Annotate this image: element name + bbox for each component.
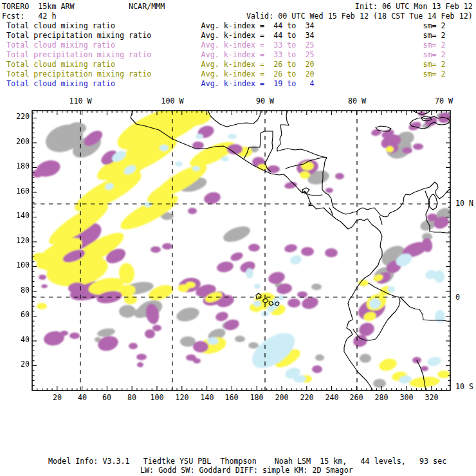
model-info-line-2: LW: Godd SW: Goddard DIFF: simple KM: 2D…	[140, 466, 353, 475]
axis-label-gridx: 240	[325, 394, 338, 402]
axis-label-lon: 90 W	[256, 97, 274, 105]
mixing-ratio-fields	[32, 95, 453, 389]
axis-label-gridy: 20	[3, 360, 30, 369]
axis-label-gridx: 280	[374, 394, 388, 402]
axis-label-gridy: 220	[3, 113, 30, 121]
model-info-line-1: Model Info: V3.3.1 Tiedtke YSU PBL Thomp…	[48, 457, 446, 466]
map-plot	[0, 0, 476, 476]
axis-label-gridy: 140	[3, 212, 30, 220]
axis-label-gridy: 40	[3, 336, 30, 344]
axis-label-gridy: 160	[3, 187, 30, 196]
axis-label-gridy: 80	[3, 286, 30, 295]
axis-label-gridx: 180	[250, 394, 263, 402]
axis-label-gridx: 100	[150, 394, 163, 402]
axis-label-lat: 10 S	[455, 383, 473, 391]
axis-label-lon: 110 W	[69, 97, 91, 105]
axis-label-gridx: 200	[275, 394, 288, 402]
axis-label-lat: 10 N	[455, 199, 473, 208]
axis-label-gridx: 60	[102, 394, 111, 402]
axis-label-gridx: 300	[399, 394, 413, 402]
axis-label-lat: 0	[455, 293, 460, 302]
weather-model-screenshot: TORERO 15km ARW NCAR/MMM Init: 06 UTC Mo…	[0, 0, 476, 476]
axis-label-gridx: 120	[175, 394, 188, 402]
axis-label-lon: 100 W	[161, 97, 183, 105]
axis-label-gridx: 80	[127, 394, 136, 402]
axis-label-gridy: 100	[3, 261, 30, 270]
axis-label-lon: 70 W	[435, 97, 453, 105]
axis-label-gridx: 320	[425, 394, 438, 402]
axis-label-gridx: 160	[224, 394, 238, 402]
axis-label-lon: 80 W	[348, 97, 366, 105]
axis-label-gridx: 260	[349, 394, 363, 402]
axis-label-gridy: 60	[3, 311, 30, 319]
axis-label-gridx: 40	[78, 394, 87, 402]
axis-label-gridy: 200	[3, 138, 30, 146]
axis-label-gridx: 220	[300, 394, 313, 402]
axis-label-gridx: 20	[53, 394, 62, 402]
axis-label-gridy: 180	[3, 162, 30, 170]
axis-label-gridy: 120	[3, 237, 30, 245]
axis-label-gridx: 140	[200, 394, 214, 402]
